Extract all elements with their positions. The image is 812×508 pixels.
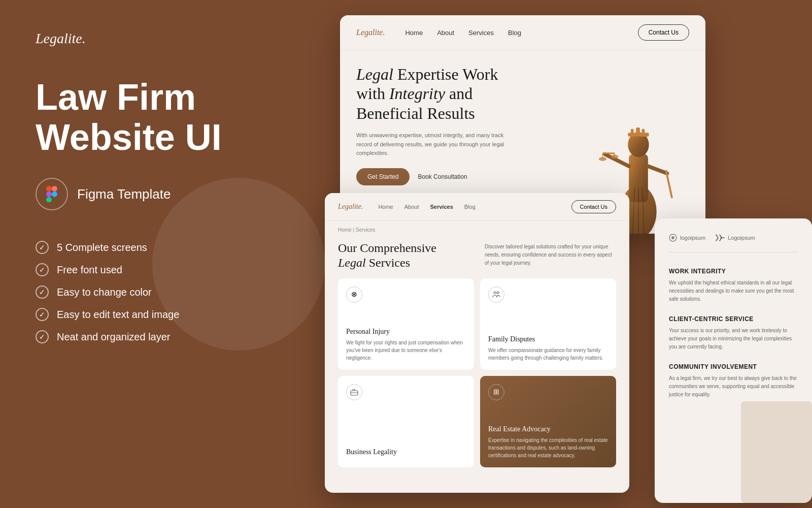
- brand-text: Legalite.: [36, 30, 86, 46]
- info-section-title: CLIENT-CENTRIC SERVICE: [669, 315, 798, 323]
- svg-rect-0: [46, 186, 52, 192]
- mock-hero-btns: Get Started Book Consultation: [356, 168, 578, 185]
- nav-link-home[interactable]: Home: [405, 29, 423, 37]
- svc-card-real-estate: ⊞ Real Estate Advocacy Expertise in navi…: [480, 376, 616, 467]
- mock-hero-subtitle: With unwavering expertise, utmost integr…: [356, 131, 509, 158]
- left-panel: Legalite. Law FirmWebsite UI Figma Templ…: [0, 0, 325, 508]
- svg-rect-11: [642, 129, 645, 134]
- svg-point-24: [494, 292, 496, 294]
- svc-header: Our ComprehensiveLegal Services Discover…: [325, 233, 629, 278]
- svc-breadcrumb: Home | Services: [325, 221, 629, 233]
- briefcase-icon: [350, 388, 358, 396]
- info-section-title: COMMUNITY INVOLVEMENT: [669, 363, 798, 370]
- svc-card-personal-injury: ⊗ Personal Injury We fight for your righ…: [338, 278, 474, 370]
- contact-us-button[interactable]: Contact Us: [638, 24, 689, 41]
- svc-nav-blog[interactable]: Blog: [464, 204, 476, 210]
- svg-point-4: [52, 192, 57, 197]
- figma-icon-circle: [36, 178, 68, 210]
- svc-cards: ⊗ Personal Injury We fight for your righ…: [325, 278, 629, 467]
- real-estate-icon: ⊞: [488, 384, 504, 400]
- people-icon: [492, 291, 500, 299]
- svc-card-desc: Expertise in navigating the complexities…: [488, 436, 608, 459]
- svg-line-18: [648, 166, 667, 173]
- svg-point-25: [497, 292, 499, 294]
- info-section-text: Your success is our priority, and we wor…: [669, 327, 798, 351]
- figma-label: Figma Template: [77, 186, 171, 202]
- check-icon: [36, 285, 49, 299]
- brand-logo-left: Legalite.: [36, 30, 289, 47]
- logoipsum-icon-1: [669, 234, 677, 242]
- family-disputes-icon: [488, 287, 504, 303]
- logoipsum-icon-2: [716, 234, 725, 241]
- logo-text-1: logoipsum: [680, 235, 705, 241]
- svc-card-desc: We fight for your rights and just compen…: [346, 339, 466, 362]
- mock-hero-title: Legal Expertise Workwith Integrity andBe…: [356, 65, 578, 123]
- svc-card-name: Family Disputes: [488, 335, 608, 343]
- svc-nav-home[interactable]: Home: [378, 204, 393, 210]
- svg-rect-3: [46, 197, 52, 202]
- svc-nav: Legalite. Home About Services Blog Conta…: [325, 193, 629, 221]
- logo-item-2: Logoipsum: [716, 234, 755, 241]
- personal-injury-icon: ⊗: [346, 287, 362, 303]
- feature-label: Neat and organized layer: [57, 331, 170, 343]
- svg-point-29: [671, 236, 674, 239]
- feature-label: Easy to edit text and image: [57, 309, 179, 321]
- svc-contact-button[interactable]: Contact Us: [571, 200, 616, 213]
- right-area: Legalite. Home About Services Blog Conta…: [325, 0, 812, 508]
- svc-card-name: Business Legality: [346, 448, 466, 456]
- svc-card-name: Real Estate Advocacy: [488, 425, 608, 433]
- svc-card-business-legality: Business Legality: [338, 376, 474, 467]
- logo-item-1: logoipsum: [669, 234, 705, 242]
- svc-nav-about[interactable]: About: [404, 204, 419, 210]
- check-icon: [36, 263, 49, 276]
- logo-text-2: Logoipsum: [728, 235, 755, 241]
- feature-label: Free font used: [57, 264, 122, 276]
- svc-nav-links: Home About Services Blog: [378, 204, 571, 210]
- svg-line-19: [666, 171, 672, 198]
- svc-card-desc: We offer compassionate guidance for ever…: [488, 346, 608, 362]
- svg-rect-9: [631, 129, 634, 134]
- justice-bg: [741, 401, 812, 503]
- info-section-client-centric: CLIENT-CENTRIC SERVICE Your success is o…: [669, 315, 798, 351]
- check-icon: [36, 241, 49, 254]
- book-consultation-button[interactable]: Book Consultation: [418, 173, 467, 180]
- dark-card-content: ⊞ Real Estate Advocacy Expertise in navi…: [488, 384, 608, 459]
- info-section-text: We uphold the highest ethical standards …: [669, 279, 798, 303]
- feature-label: Easy to change color: [57, 287, 152, 298]
- mockup-services: Legalite. Home About Services Blog Conta…: [325, 193, 629, 493]
- info-panel: logoipsum Logoipsum WORK INTEGRITY We up…: [655, 218, 812, 503]
- nav-link-services[interactable]: Services: [468, 29, 494, 37]
- mock-nav-links: Home About Services Blog: [405, 29, 637, 37]
- check-icon: [36, 308, 49, 321]
- nav-link-blog[interactable]: Blog: [508, 29, 521, 37]
- svc-desc: Discover tailored legal solutions crafte…: [485, 241, 616, 270]
- svg-rect-2: [46, 192, 52, 197]
- info-section-community: COMMUNITY INVOLVEMENT As a legal firm, w…: [669, 363, 798, 399]
- svc-logo: Legalite.: [338, 203, 363, 211]
- main-title: Law FirmWebsite UI: [36, 77, 289, 157]
- mock-nav: Legalite. Home About Services Blog Conta…: [340, 15, 705, 50]
- check-icon: [36, 330, 49, 343]
- logos-row: logoipsum Logoipsum: [669, 234, 798, 252]
- svc-card-name: Personal Injury: [346, 328, 466, 336]
- figma-icon: [44, 186, 60, 202]
- mock-logo: Legalite.: [356, 28, 385, 37]
- svc-card-family-disputes: Family Disputes We offer compassionate g…: [480, 278, 616, 370]
- info-section-text: As a legal firm, we try our best to alwa…: [669, 374, 798, 399]
- info-section-title: WORK INTEGRITY: [669, 268, 798, 275]
- svc-title: Our ComprehensiveLegal Services: [338, 241, 469, 270]
- business-legality-icon: [346, 384, 362, 400]
- nav-link-about[interactable]: About: [437, 29, 454, 37]
- svc-nav-services[interactable]: Services: [430, 204, 453, 210]
- svg-rect-10: [636, 128, 640, 134]
- info-section-work-integrity: WORK INTEGRITY We uphold the highest eth…: [669, 268, 798, 303]
- svg-rect-1: [52, 186, 57, 192]
- feature-label: 5 Complete screens: [57, 242, 147, 253]
- get-started-button[interactable]: Get Started: [356, 168, 410, 185]
